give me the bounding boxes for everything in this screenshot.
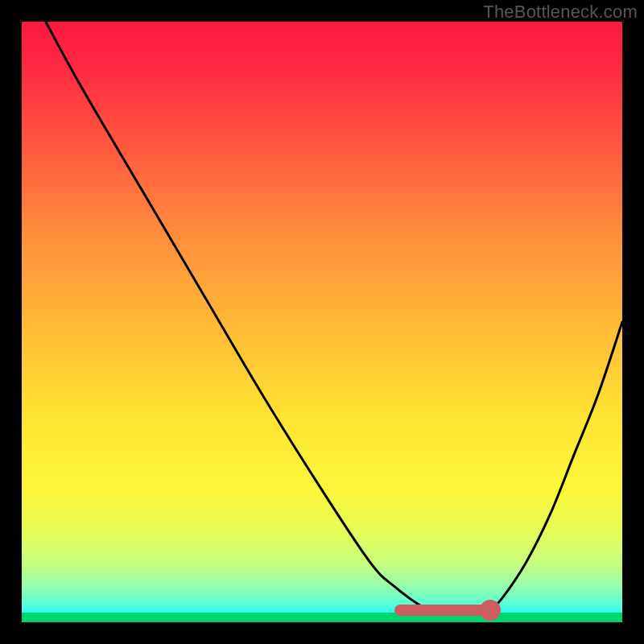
- curve-layer: [22, 22, 622, 622]
- plot-area: [22, 22, 622, 622]
- highlight-segment: [394, 605, 490, 616]
- chart-frame: TheBottleneck.com: [0, 0, 644, 644]
- curve-right-branch: [490, 322, 622, 610]
- highlight-dot: [480, 600, 501, 621]
- watermark-label: TheBottleneck.com: [483, 2, 638, 23]
- curve-left-branch: [46, 22, 442, 611]
